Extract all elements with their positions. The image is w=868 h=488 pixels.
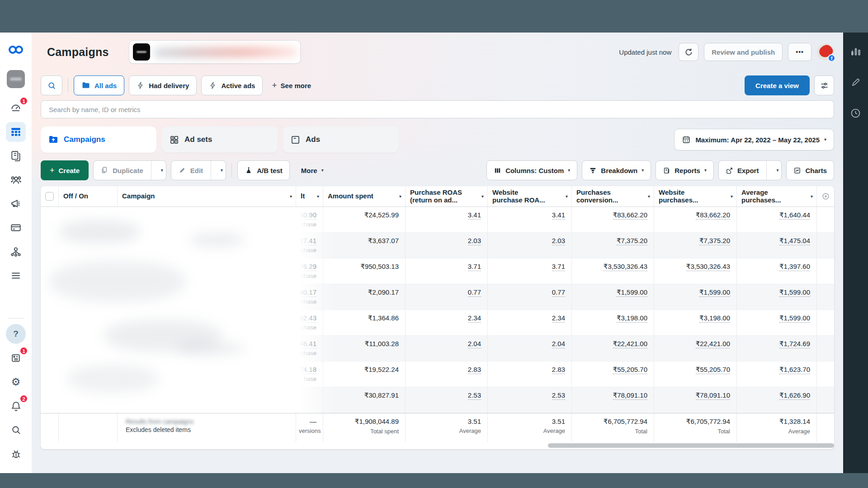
filter-active-ads[interactable]: Active ads — [201, 75, 263, 95]
tab-ad-sets[interactable]: Ad sets — [162, 127, 278, 153]
see-more-filters-button[interactable]: + See more — [267, 80, 316, 90]
help-button[interactable]: ? — [6, 324, 26, 344]
ab-test-button[interactable]: A/B test — [237, 160, 290, 180]
header-off-on: Off / On — [59, 186, 118, 206]
global-search-button[interactable] — [6, 420, 26, 440]
meta-logo-icon[interactable] — [6, 40, 26, 60]
filter-all-ads[interactable]: All ads — [74, 75, 124, 95]
cell-add-column — [817, 284, 834, 310]
tab-ads[interactable]: Ads — [283, 127, 399, 153]
cell-purchases-conversion: ₹55,205.70 — [572, 361, 654, 387]
header-result-clipped[interactable]: lt ▾ — [296, 186, 323, 206]
performance-charts-button[interactable] — [850, 45, 862, 57]
filter-bar: All ads Had delivery Active ads + Se — [32, 71, 843, 99]
ellipsis-icon: ••• — [796, 48, 804, 56]
cell-website-purchases: ₹3,198.00 — [654, 310, 737, 335]
add-column-icon[interactable] — [821, 192, 830, 201]
account-thumbnail[interactable] — [7, 70, 25, 88]
horizontal-scrollbar[interactable] — [548, 443, 834, 448]
tab-campaigns[interactable]: Campaigns — [41, 127, 156, 153]
chevron-down-icon[interactable]: ▾ — [216, 168, 223, 173]
breakdown-icon — [589, 167, 597, 174]
notifications-button[interactable]: 2 — [6, 396, 26, 416]
sidebar-item-all-tools[interactable] — [6, 266, 26, 286]
create-a-view-button[interactable]: Create a view — [745, 75, 810, 95]
chevron-down-icon: ▾ — [642, 168, 644, 173]
refresh-button[interactable] — [679, 43, 698, 61]
header-campaign[interactable]: Campaign ▾ — [118, 186, 296, 206]
breakdown-button[interactable]: Breakdown ▾ — [582, 160, 651, 180]
duplicate-icon — [100, 166, 108, 174]
user-avatar[interactable]: f — [817, 43, 834, 61]
cell-add-column — [817, 361, 834, 387]
search-filter-button[interactable] — [41, 75, 62, 95]
sort-caret-icon: ▾ — [288, 194, 292, 199]
cell-average-purchases: ₹1,599.00 — [737, 284, 817, 310]
question-icon: ? — [13, 329, 19, 339]
cell-website-purchase-roas: 2.53 — [488, 387, 572, 413]
sort-caret-icon: ▾ — [315, 194, 319, 199]
duplicate-button[interactable]: Duplicate ▾ — [93, 160, 166, 180]
settings-button[interactable]: ⚙ — [6, 372, 26, 392]
history-button[interactable] — [850, 108, 861, 119]
more-options-button[interactable]: ••• — [788, 43, 811, 61]
cell-purchase-roas: 2.53 — [406, 387, 488, 413]
chevron-down-icon[interactable]: ▾ — [156, 168, 163, 173]
edit-button[interactable]: Edit ▾ — [171, 160, 226, 180]
create-button[interactable]: + Create — [41, 160, 89, 180]
reports-button[interactable]: Reports ▾ — [656, 160, 714, 180]
filter-had-delivery[interactable]: Had delivery — [129, 75, 197, 95]
cell-amount-spent: ₹30,827.91 — [323, 387, 406, 413]
campaign-folder-icon — [48, 134, 59, 145]
speedometer-icon — [10, 102, 22, 114]
cell-purchase-roas: 3.71 — [406, 258, 488, 284]
select-all-checkbox[interactable] — [45, 192, 54, 201]
ad-account-selector[interactable] — [129, 40, 301, 64]
ad-sets-grid-icon — [169, 135, 179, 145]
cell-purchases-conversion: ₹78,091.10 — [572, 387, 654, 413]
cell-purchases-conversion: ₹3,530,326.43 — [572, 258, 654, 284]
main-content: Campaigns Updated just now Review and pu… — [32, 33, 843, 473]
more-button[interactable]: More ▾ — [294, 160, 330, 180]
review-and-publish-button[interactable]: Review and publish — [704, 43, 783, 61]
edit-panel-button[interactable] — [850, 77, 861, 88]
cell-website-purchase-roas: 2.34 — [488, 310, 572, 335]
header-website-purchase-roas[interactable]: Websitepurchase ROA... ▾ — [488, 186, 572, 206]
columns-button[interactable]: Columns: Custom ▾ — [486, 160, 577, 180]
total-purchase-roas: 3.51 Average — [406, 413, 488, 442]
report-problem-button[interactable] — [6, 444, 26, 464]
header-purchase-roas[interactable]: Purchase ROAS(return on ad... ▾ — [406, 186, 488, 206]
sidebar-item-campaigns[interactable] — [6, 122, 26, 142]
cell-purchases-conversion: ₹3,198.00 — [572, 310, 654, 335]
chevron-down-icon[interactable]: ▾ — [772, 168, 778, 173]
header-checkbox-cell — [41, 186, 59, 206]
search-input[interactable] — [41, 100, 834, 118]
sidebar-item-events-manager[interactable] — [6, 242, 26, 262]
view-settings-button[interactable] — [814, 75, 834, 95]
header-purchases-conversion[interactable]: Purchasesconversion... ▾ — [572, 186, 654, 206]
charts-button[interactable]: Charts — [786, 160, 834, 180]
cell-add-column — [817, 207, 834, 232]
header-average-purchases[interactable]: Averagepurchases... ▾ — [737, 186, 817, 206]
right-tools-rail — [843, 33, 868, 473]
export-button[interactable]: Export ▾ — [718, 160, 782, 180]
sidebar-item-ads-reporting[interactable] — [6, 146, 26, 166]
sidebar-item-account-overview[interactable]: 1 — [6, 98, 26, 118]
action-toolbar: + Create Duplicate ▾ Edit — [32, 155, 843, 185]
sidebar-item-billing[interactable] — [6, 218, 26, 238]
sidebar-item-updates[interactable]: 1 — [6, 348, 26, 368]
date-range-selector[interactable]: Maximum: Apr 22, 2022 – May 22, 2025 ▾ — [674, 129, 834, 150]
folder-icon — [81, 81, 90, 90]
cell-website-purchase-roas: 0.77 — [488, 284, 572, 310]
plus-icon: + — [50, 166, 55, 175]
sidebar-item-audiences[interactable] — [6, 170, 26, 190]
ads-manager-screen: 1 — [0, 0, 868, 488]
cell-website-purchase-roas: 2.03 — [488, 233, 572, 258]
cell-add-column — [817, 310, 834, 335]
cell-purchase-roas: 2.83 — [406, 361, 488, 387]
total-website-purchases: ₹6,705,772.94 Total — [654, 413, 737, 442]
sidebar-item-advertise[interactable] — [6, 194, 26, 214]
cell-add-column — [817, 336, 834, 361]
header-amount-spent[interactable]: Amount spent ▾ — [323, 186, 406, 206]
header-website-purchases[interactable]: Websitepurchases... ▾ — [654, 186, 737, 206]
